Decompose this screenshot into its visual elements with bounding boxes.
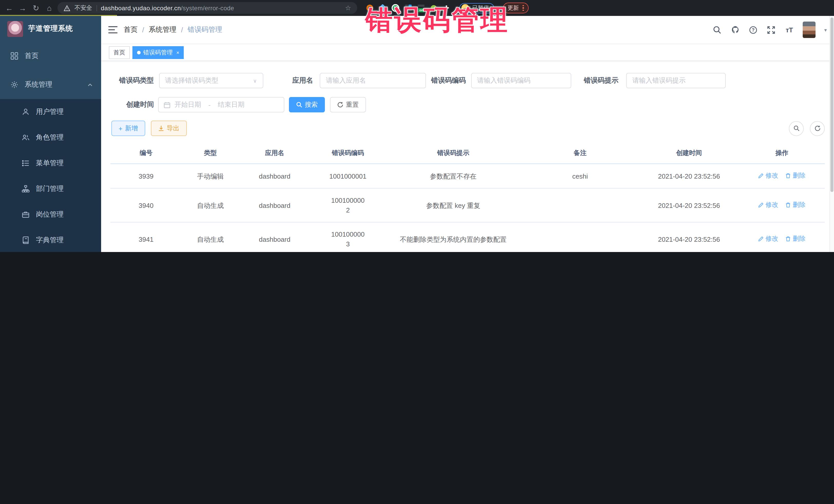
tab-label: 首页 — [113, 48, 125, 56]
edit-link[interactable]: 修改 — [758, 200, 778, 210]
delete-label: 删除 — [793, 234, 806, 244]
error-type-select[interactable]: 请选择错误码类型 ∨ — [159, 73, 263, 88]
app-name-placeholder: 请输入应用名 — [326, 76, 366, 85]
app-frame: 芋道管理系统 首页系统管理用户管理角色管理菜单管理部门管理岗位管理字典管理通知公… — [0, 16, 834, 252]
filter-row-2: 创建时间 开始日期 - 结束日期 搜索 — [110, 97, 825, 112]
cell-actions: 修改删除 — [739, 222, 825, 252]
date-range-picker[interactable]: 开始日期 - 结束日期 — [158, 97, 284, 112]
cell-code: 100100000 2 — [310, 188, 385, 222]
error-type-placeholder: 请选择错误码类型 — [165, 76, 218, 85]
dictionary-icon — [22, 236, 30, 244]
sidebar-item-label: 首页 — [25, 51, 101, 61]
address-divider — [96, 5, 97, 11]
cell-id: 3940 — [110, 188, 182, 222]
breadcrumb-item[interactable]: 首页 — [124, 25, 137, 35]
breadcrumb-item[interactable]: 系统管理 — [149, 25, 177, 35]
sidebar-item-字典管理[interactable]: 字典管理 — [0, 227, 101, 252]
delete-label: 删除 — [793, 171, 806, 181]
cell-type: 手动编辑 — [182, 164, 239, 188]
sidebar-item-部门管理[interactable]: 部门管理 — [0, 176, 101, 202]
user-avatar[interactable] — [803, 22, 815, 38]
edit-link[interactable]: 修改 — [758, 171, 778, 181]
user-menu-caret-icon[interactable]: ▾ — [824, 27, 827, 32]
sidebar-item-岗位管理[interactable]: 岗位管理 — [0, 202, 101, 227]
tab-错误码管理[interactable]: 错误码管理× — [132, 46, 184, 59]
cell-time: 2021-04-20 23:52:56 — [639, 188, 739, 222]
column-header-编号: 编号 — [110, 143, 182, 164]
help-icon[interactable]: ? — [749, 25, 758, 35]
column-header-备注: 备注 — [521, 143, 639, 164]
app-logo — [7, 21, 23, 37]
update-label: 更新 — [508, 4, 519, 12]
sidebar-item-label: 字典管理 — [36, 236, 101, 245]
cell-hint: 参数配置不存在 — [386, 164, 521, 188]
cell-app: dashboard — [239, 164, 310, 188]
cell-type: 自动生成 — [182, 188, 239, 222]
column-header-创建时间: 创建时间 — [639, 143, 739, 164]
breadcrumb-item: 错误码管理 — [188, 25, 222, 35]
app-name-input[interactable]: 请输入应用名 — [320, 73, 426, 88]
annotation-text: 错误码管理 — [366, 2, 509, 39]
fullscreen-icon[interactable] — [767, 25, 776, 35]
menu-list-icon — [22, 159, 30, 167]
github-icon[interactable] — [731, 25, 740, 35]
date-separator: - — [208, 101, 211, 109]
add-button-label: 新增 — [125, 124, 138, 133]
cell-hint: 不能删除类型为系统内置的参数配置 — [386, 222, 521, 252]
filter-label-error-type: 错误码类型 — [119, 76, 154, 85]
cell-time: 2021-04-20 23:52:56 — [639, 222, 739, 252]
sidebar-item-系统管理[interactable]: 系统管理 — [0, 70, 101, 99]
table-toolbar: + 新增 导出 — [110, 120, 825, 136]
edit-label: 修改 — [766, 234, 778, 244]
plus-icon: + — [118, 125, 123, 132]
forward-icon[interactable]: → — [18, 3, 28, 13]
cell-id: 3941 — [110, 222, 182, 252]
sidebar-item-用户管理[interactable]: 用户管理 — [0, 99, 101, 125]
tab-首页[interactable]: 首页 — [109, 46, 130, 59]
sidebar-item-角色管理[interactable]: 角色管理 — [0, 125, 101, 150]
cell-id: 3939 — [110, 164, 182, 188]
address-bar[interactable]: 不安全 dashboard.yudao.iocoder.cn/system/er… — [58, 2, 357, 14]
delete-link[interactable]: 删除 — [786, 171, 806, 181]
home-icon[interactable]: ⌂ — [44, 3, 54, 13]
filter-label-app-name: 应用名 — [292, 76, 313, 85]
scrollbar-thumb[interactable] — [830, 18, 833, 192]
page-scrollbar[interactable] — [829, 16, 834, 252]
table-row: 3940自动生成dashboard100100000 2参数配置 key 重复2… — [110, 188, 825, 222]
sidebar-logo-row[interactable]: 芋道管理系统 — [0, 16, 101, 42]
reset-button[interactable]: 重置 — [330, 97, 366, 112]
delete-link[interactable]: 删除 — [786, 200, 806, 210]
sidebar-item-首页[interactable]: 首页 — [0, 42, 101, 70]
back-icon[interactable]: ← — [4, 3, 14, 13]
error-code-input[interactable]: 请输入错误码编码 — [471, 73, 571, 88]
close-tab-icon[interactable]: × — [176, 49, 179, 55]
sidebar-item-菜单管理[interactable]: 菜单管理 — [0, 150, 101, 176]
bookmark-star-icon[interactable]: ☆ — [345, 4, 351, 12]
error-code-table: 编号类型应用名错误码编码错误码提示备注创建时间操作 3939手动编辑dashbo… — [110, 143, 825, 252]
sidebar-item-label: 系统管理 — [25, 80, 81, 89]
cell-app: dashboard — [239, 188, 310, 222]
edit-link[interactable]: 修改 — [758, 234, 778, 244]
error-code-placeholder: 请输入错误码编码 — [477, 76, 530, 85]
export-button[interactable]: 导出 — [151, 120, 186, 136]
error-hint-input[interactable]: 请输入错误码提示 — [626, 73, 726, 88]
hide-search-icon[interactable] — [789, 121, 804, 136]
app-title: 芋道管理系统 — [28, 24, 73, 34]
browser-menu-icon[interactable] — [523, 5, 524, 11]
collapse-sidebar-icon[interactable] — [108, 26, 117, 34]
sidebar-item-label: 岗位管理 — [36, 210, 101, 219]
sidebar-item-label: 菜单管理 — [36, 159, 101, 168]
start-date-placeholder: 开始日期 — [175, 100, 201, 109]
delete-link[interactable]: 删除 — [786, 234, 806, 244]
breadcrumb-separator: / — [181, 26, 183, 34]
cell-actions: 修改删除 — [739, 188, 825, 222]
font-size-icon[interactable]: тT — [785, 25, 794, 35]
search-icon[interactable] — [713, 25, 722, 35]
search-button[interactable]: 搜索 — [289, 97, 325, 112]
add-button[interactable]: + 新增 — [111, 120, 145, 136]
org-tree-icon — [22, 185, 30, 193]
refresh-icon[interactable] — [810, 121, 825, 136]
chevron-down-icon: ∨ — [253, 78, 257, 83]
reload-icon[interactable]: ↻ — [31, 3, 41, 13]
column-header-错误码提示: 错误码提示 — [386, 143, 521, 164]
